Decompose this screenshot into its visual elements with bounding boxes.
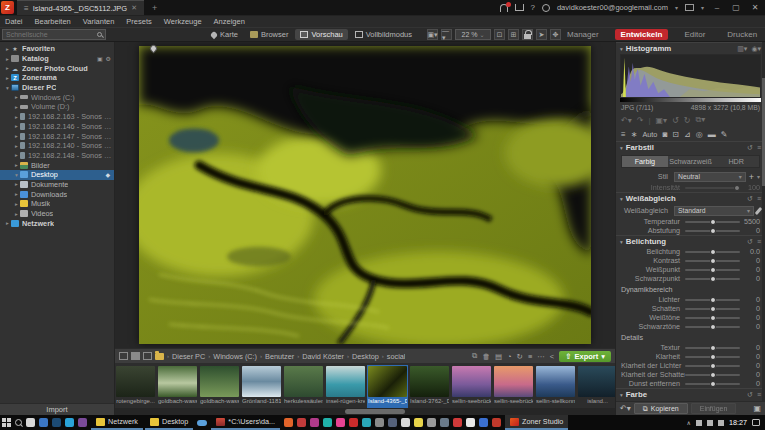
slider-handle[interactable]	[710, 381, 716, 387]
slider-track[interactable]	[685, 278, 740, 280]
slider-track[interactable]	[685, 230, 740, 232]
slider-handle[interactable]	[710, 354, 716, 360]
section-menu-icon[interactable]: ≡	[757, 195, 761, 203]
onedrive-icon[interactable]	[197, 420, 207, 426]
section-menu-icon[interactable]: ≡	[757, 238, 761, 246]
expand-arrow-icon[interactable]: ▸	[13, 191, 20, 197]
import-button[interactable]: Import	[0, 403, 114, 415]
expand-arrow-icon[interactable]: ▸	[4, 56, 11, 62]
app-icon[interactable]	[323, 418, 332, 427]
transfer-settings-icon[interactable]: ↶▾	[620, 404, 631, 413]
document-tab[interactable]: ≡ Island-4365-_DSC5112.JPG ✕	[17, 0, 144, 15]
filmstrip-thumbnail[interactable]: island...	[577, 365, 615, 408]
minimize-button[interactable]: –	[711, 3, 723, 12]
list-view-icon[interactable]	[131, 352, 140, 360]
tree-item[interactable]: ▸ Bilder ▣⚙ ◆	[0, 160, 114, 170]
notifications-icon[interactable]	[500, 4, 508, 12]
slider-track[interactable]	[685, 356, 740, 358]
expand-arrow-icon[interactable]: ▸	[4, 75, 11, 81]
slider-track[interactable]	[685, 221, 740, 223]
slider-track[interactable]	[685, 317, 740, 319]
slider-track[interactable]	[685, 308, 740, 310]
slider-handle[interactable]	[710, 228, 716, 234]
folder-up-icon[interactable]	[143, 352, 152, 360]
slider-track[interactable]	[685, 326, 740, 328]
lock-zoom-button[interactable]	[522, 29, 533, 40]
pinned-app-icon[interactable]	[26, 418, 35, 427]
zoom-level-stepper[interactable]: 22 %⌄	[455, 29, 491, 40]
reset-icon[interactable]: ↺	[747, 238, 753, 246]
view-mode-button[interactable]: Browser	[245, 29, 294, 40]
expand-arrow-icon[interactable]: ▸	[13, 94, 20, 100]
slider-handle[interactable]	[710, 324, 716, 330]
pinned-app-icon[interactable]	[65, 418, 74, 427]
tree-item[interactable]: ▸ Z Zonerama ▣⚙ ◆	[0, 73, 114, 83]
expand-arrow-icon[interactable]: ▸	[13, 211, 20, 217]
slider-track[interactable]	[685, 374, 740, 376]
style-more-icon[interactable]: ▾	[757, 173, 760, 180]
slider-track[interactable]	[685, 383, 740, 385]
tree-item[interactable]: ▸ Volume (D:) ▣⚙ ◆	[0, 102, 114, 112]
crop-icon[interactable]: ⊡	[672, 130, 679, 139]
straighten-icon[interactable]: ⊿	[684, 130, 691, 139]
breadcrumb-segment[interactable]: social	[387, 352, 406, 361]
paste-settings-button[interactable]: Einfügen	[691, 403, 737, 414]
filmstrip-thumbnail[interactable]: Grönland-1181_DS...	[241, 365, 282, 408]
slider-handle[interactable]	[710, 372, 716, 378]
slider-handle[interactable]	[710, 315, 716, 321]
expand-arrow-icon[interactable]: ▸	[13, 181, 20, 187]
app-icon[interactable]	[375, 418, 384, 427]
slider-track[interactable]	[685, 299, 740, 301]
app-icon[interactable]	[388, 418, 397, 427]
histogram-display-icon[interactable]: ▥▾	[737, 45, 747, 53]
belichtung-section-header[interactable]: ▾ Belichtung ↺≡	[616, 235, 765, 247]
slider-track[interactable]	[685, 260, 740, 262]
filmstrip-thumbnail[interactable]: Island-4365-_DSC5...	[367, 365, 408, 408]
display-icon[interactable]	[685, 4, 694, 11]
pinned-app-icon[interactable]	[39, 418, 48, 427]
tree-item[interactable]: ▸ Netzwerk ▣⚙ ◆	[0, 218, 114, 228]
app-icon[interactable]	[349, 418, 358, 427]
tree-item[interactable]: ▾ Dieser PC ▣⚙ ◆	[0, 83, 114, 93]
breadcrumb-segment[interactable]: David Köster	[302, 352, 344, 361]
shop-cart-icon[interactable]	[515, 4, 524, 11]
expand-arrow-icon[interactable]: ▸	[13, 152, 20, 158]
app-icon[interactable]	[453, 418, 462, 427]
tree-item[interactable]: ▸ ★ Favoriten ▣⚙ ◆	[0, 44, 114, 54]
retouch-icon[interactable]: ▬	[708, 130, 716, 139]
copy-settings-icon[interactable]: ⧉▾	[695, 115, 705, 125]
slider-track[interactable]	[685, 187, 740, 189]
slider-handle[interactable]	[710, 276, 716, 282]
breadcrumb-segment[interactable]: Desktop	[352, 352, 379, 361]
volume-tray-icon[interactable]	[707, 420, 713, 426]
color-style-tab[interactable]: Farbig	[622, 156, 668, 167]
pointer-tool-button[interactable]: ➤	[536, 29, 547, 40]
filmstrip-thumbnail[interactable]: rotengebirge...	[115, 365, 156, 408]
network-tray-icon[interactable]	[696, 420, 702, 426]
filmstrip-thumbnail[interactable]: Island-3762-_DSC6...	[409, 365, 450, 408]
app-icon[interactable]	[336, 418, 345, 427]
module-tab[interactable]: Entwickeln	[615, 29, 669, 40]
tree-item[interactable]: ▸ Dokumente ▣⚙ ◆	[0, 180, 114, 190]
breadcrumb-segment[interactable]: Dieser PC	[172, 352, 205, 361]
tray-expand-icon[interactable]: ∧	[687, 419, 691, 426]
help-icon[interactable]: ?	[531, 3, 535, 12]
add-folder-icon[interactable]: ▣	[97, 55, 103, 62]
histogram-settings-icon[interactable]: ◉▾	[751, 45, 761, 53]
slider-handle[interactable]	[710, 306, 716, 312]
view-mode-button[interactable]: Vorschau	[295, 29, 347, 40]
tree-item[interactable]: ▸ 192.168.2.140 - Sonos Play:1 ▣⚙ ◆	[0, 141, 114, 151]
app-icon[interactable]	[401, 418, 410, 427]
filmstrip-thumbnail[interactable]: insel-rügen-kreid...	[325, 365, 366, 408]
slider-track[interactable]	[685, 269, 740, 271]
style-dropdown[interactable]: Neutral▾	[674, 172, 746, 182]
tree-item[interactable]: ▸ Videos ▣⚙ ◆	[0, 209, 114, 219]
slider-handle[interactable]	[710, 219, 716, 225]
undo-icon[interactable]: ↶▾	[621, 116, 632, 125]
app-icon[interactable]	[414, 418, 423, 427]
delete-icon[interactable]: 🗑	[482, 352, 490, 361]
filmstrip-thumbnail[interactable]: sellin-stellkonn-in...	[535, 365, 576, 408]
settings-gear-icon[interactable]: ⚙	[106, 55, 111, 62]
redo-icon[interactable]: ↷	[637, 116, 644, 125]
slider-handle[interactable]	[710, 258, 716, 264]
